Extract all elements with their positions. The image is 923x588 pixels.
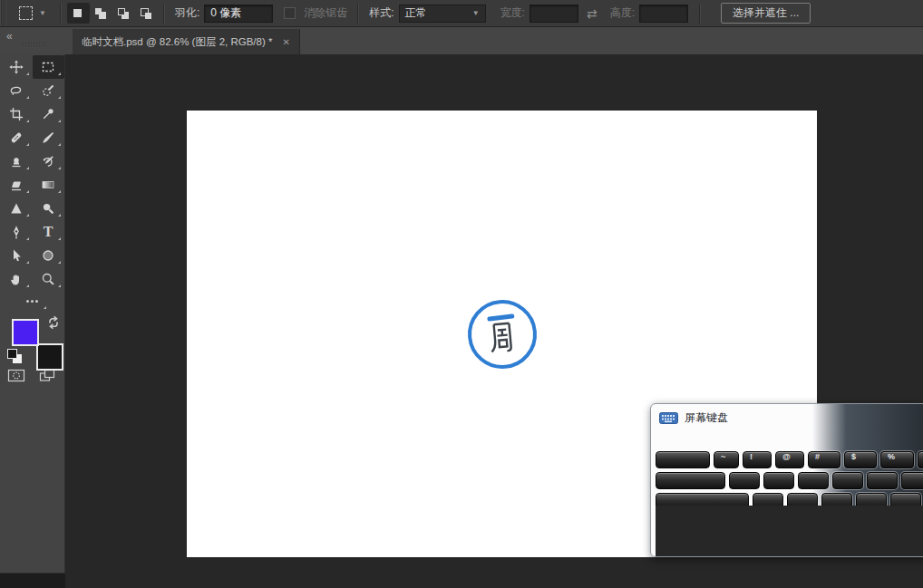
osk-title-bar[interactable]: 屏幕键盘 — [651, 404, 923, 426]
sharpen-tool[interactable] — [1, 197, 33, 220]
osk-key-3[interactable]: #3 — [808, 451, 840, 468]
osk-key-e[interactable]: e — [798, 472, 829, 489]
tab-close-icon[interactable]: ✕ — [282, 37, 289, 47]
osk-key-r[interactable]: r — [832, 472, 863, 489]
tool-grid: T — [0, 54, 64, 291]
logo-zhou-glyph — [488, 321, 518, 357]
divider — [60, 4, 62, 24]
collapse-panels-button[interactable]: « — [6, 30, 11, 43]
photoshop-window: ▼ 羽化: 0 像素 — [0, 0, 923, 588]
add-to-selection-button[interactable] — [90, 3, 112, 24]
crop-tool[interactable] — [1, 102, 33, 126]
clone-stamp-tool[interactable] — [1, 149, 33, 173]
chevron-down-icon: ▼ — [39, 10, 46, 17]
osk-row: CtrlAlt — [656, 535, 923, 552]
zoom-tool[interactable] — [33, 267, 64, 291]
osk-key-w[interactable]: w — [763, 472, 794, 489]
gradient-icon — [41, 178, 55, 192]
gradient-tool[interactable] — [33, 173, 64, 197]
feather-label: 羽化: — [175, 5, 199, 21]
dodge-tool[interactable] — [33, 197, 64, 220]
default-colors-button[interactable] — [6, 348, 24, 366]
sharpen-triangle-icon — [9, 201, 24, 216]
magnifier-icon — [41, 272, 55, 286]
osk-key-t[interactable]: t — [867, 472, 898, 489]
osk-key-5[interactable]: %5 — [880, 451, 914, 468]
tools-panel-grip[interactable] — [22, 42, 47, 46]
quick-mask-button[interactable] — [7, 368, 25, 387]
osk-key-backtick[interactable]: ~` — [714, 451, 739, 468]
pen-tool[interactable] — [1, 220, 33, 244]
move-tool[interactable] — [1, 55, 33, 79]
width-input[interactable] — [530, 5, 578, 23]
osk-key-tab[interactable]: Tab — [656, 472, 725, 489]
eraser-tool[interactable] — [1, 173, 33, 197]
osk-key-esc[interactable]: Esc — [656, 451, 710, 468]
swap-colors-icon — [46, 315, 61, 330]
ellipse-icon — [41, 248, 55, 263]
subtract-from-selection-button[interactable] — [112, 3, 135, 24]
lasso-icon — [9, 83, 24, 98]
osk-row: Tabqwerty — [656, 472, 923, 489]
osk-key-4[interactable]: $4 — [844, 451, 877, 468]
rectangular-marquee-tool[interactable] — [33, 55, 64, 79]
type-tool[interactable]: T — [33, 220, 64, 244]
style-select[interactable]: 正常 ▼ — [399, 5, 486, 23]
select-and-mask-button[interactable]: 选择并遮住 ... — [721, 3, 811, 24]
eraser-icon — [9, 178, 24, 192]
background-color-swatch[interactable] — [36, 343, 63, 371]
osk-key-y[interactable]: y — [901, 472, 923, 489]
tool-preset-button[interactable]: ▼ — [11, 0, 54, 26]
tab-bar: « 临时文档.psd @ 82.6% (图层 2, RGB/8) * ✕ — [0, 27, 923, 54]
quick-selection-tool[interactable] — [33, 79, 64, 102]
height-input[interactable] — [639, 5, 688, 23]
spot-healing-brush-tool[interactable] — [1, 126, 33, 149]
options-bar-grip[interactable] — [0, 0, 6, 26]
foreground-color-swatch[interactable] — [12, 319, 39, 346]
antialias-label: 消除锯齿 — [304, 5, 347, 21]
swap-colors-button[interactable] — [46, 315, 61, 330]
marquee-preset-icon — [19, 6, 33, 20]
swap-width-height-icon[interactable]: ⇄ — [587, 6, 598, 21]
width-label: 宽度: — [500, 5, 525, 21]
type-tool-icon: T — [44, 225, 53, 239]
screen-mode-button[interactable] — [38, 368, 56, 387]
style-label: 样式: — [369, 5, 393, 21]
add-to-selection-icon — [94, 7, 107, 20]
divider — [357, 4, 359, 24]
hand-tool[interactable] — [1, 267, 33, 291]
osk-keys: Esc~`!1@2#3$4%5^6 Tabqwerty Capsasdfg Sh… — [656, 451, 923, 552]
osk-key-q[interactable]: q — [729, 472, 760, 489]
workspace: T — [0, 54, 923, 588]
quick-mask-icon — [7, 368, 25, 383]
feather-input[interactable]: 0 像素 — [204, 5, 273, 23]
antialias-checkbox[interactable] — [284, 7, 296, 19]
eyedropper-tool[interactable] — [33, 102, 64, 126]
dodge-icon — [41, 201, 55, 216]
osk-key-2[interactable]: @2 — [775, 451, 804, 468]
history-brush-tool[interactable] — [33, 149, 64, 173]
path-selection-tool[interactable] — [1, 244, 33, 267]
on-screen-keyboard-window[interactable]: 屏幕键盘 Esc~`!1@2#3$4%5^6 Tabqwerty Capsasd… — [650, 403, 923, 557]
lasso-tool[interactable] — [1, 79, 33, 102]
intersect-selection-button[interactable] — [135, 3, 158, 24]
document-tab[interactable]: 临时文档.psd @ 82.6% (图层 2, RGB/8) * ✕ — [73, 29, 300, 54]
healing-brush-icon — [9, 130, 24, 145]
keyboard-icon — [659, 412, 678, 424]
new-selection-button[interactable] — [67, 3, 90, 24]
move-icon — [9, 60, 24, 74]
pen-icon — [9, 225, 24, 239]
divider — [163, 4, 165, 24]
ellipsis-icon — [26, 300, 29, 303]
ellipse-tool[interactable] — [33, 244, 64, 267]
brush-tool[interactable] — [33, 126, 64, 149]
edit-toolbar-button[interactable] — [16, 291, 48, 311]
crop-icon — [9, 107, 24, 121]
hand-icon — [9, 272, 24, 286]
osk-key-space[interactable] — [787, 535, 923, 552]
osk-key-6[interactable]: ^6 — [918, 451, 923, 468]
osk-key-1[interactable]: !1 — [743, 451, 772, 468]
brush-icon — [41, 130, 55, 145]
tools-panel: T — [0, 54, 65, 574]
height-label: 高度: — [610, 5, 635, 21]
